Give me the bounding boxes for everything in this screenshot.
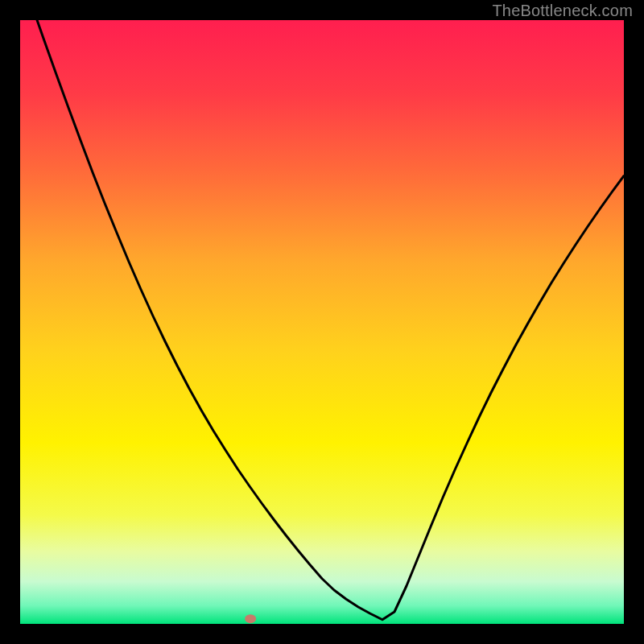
plot-background — [20, 20, 624, 624]
optimum-marker — [245, 614, 256, 623]
watermark-text: TheBottleneck.com — [492, 2, 633, 20]
chart-frame: TheBottleneck.com — [0, 0, 644, 644]
bottleneck-plot — [20, 20, 624, 624]
